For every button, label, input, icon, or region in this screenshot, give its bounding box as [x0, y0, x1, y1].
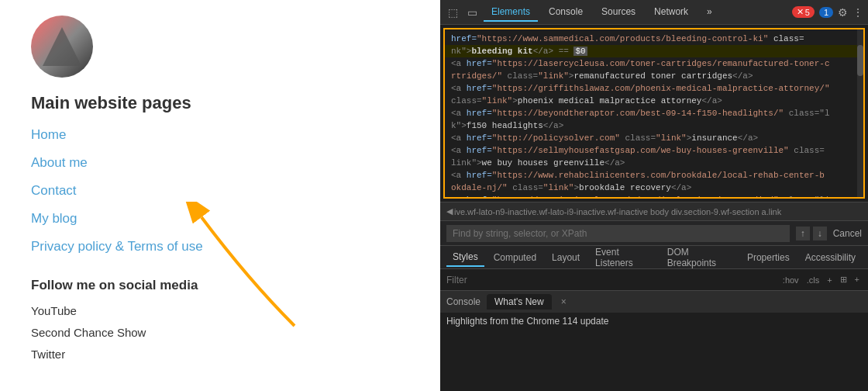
- code-line: <a href="https://www.rehabclinicenters.c…: [445, 169, 863, 182]
- code-line: okdale-nj/" class="link">brookdale recov…: [445, 182, 863, 194]
- cancel-button[interactable]: Cancel: [833, 228, 862, 239]
- tab-styles[interactable]: Styles: [446, 248, 484, 267]
- list-item[interactable]: Twitter: [31, 348, 409, 362]
- list-item[interactable]: Contact: [31, 183, 409, 199]
- list-item[interactable]: About me: [31, 155, 409, 171]
- code-line: k">f150 headlights</a>: [445, 119, 863, 132]
- tab-properties[interactable]: Properties: [741, 249, 796, 266]
- styles-tabs: Styles Computed Layout Event Listeners D…: [440, 245, 868, 268]
- tab-accessibility[interactable]: Accessibility: [799, 249, 862, 266]
- code-line: <a href="https://griffithslawaz.com/phoe…: [445, 82, 863, 95]
- code-editor: href="https://www.sammedical.com/product…: [443, 28, 865, 199]
- tab-sources[interactable]: Sources: [594, 3, 643, 22]
- console-bar: Console What's New ×: [440, 291, 868, 313]
- about-link[interactable]: About me: [31, 155, 88, 170]
- nav-links: Home About me Contact My blog Privacy po…: [31, 127, 409, 254]
- filter-input[interactable]: [446, 275, 777, 285]
- scrollbar[interactable]: [857, 29, 863, 197]
- code-line-highlighted: nk">bleeding kit</a> == $0: [445, 45, 863, 57]
- console-label[interactable]: Console: [446, 296, 480, 307]
- list-item[interactable]: Privacy policy & Terms of use: [31, 239, 409, 254]
- filter-buttons: :hov .cls + ⊞ +: [780, 274, 862, 285]
- devtools-toolbar: ⬚ ▭ Elements Console Sources Network » ✕…: [440, 0, 868, 25]
- tab-layout[interactable]: Layout: [546, 249, 586, 266]
- close-icon[interactable]: ×: [561, 296, 567, 307]
- search-bar: ↑ ↓ Cancel: [440, 220, 868, 245]
- code-line: href="https://www.sammedical.com/product…: [445, 33, 863, 45]
- blog-link[interactable]: My blog: [31, 211, 78, 226]
- search-buttons: ↑ ↓: [796, 227, 827, 240]
- youtube-link[interactable]: YouTube: [31, 304, 77, 317]
- tab-console[interactable]: Console: [541, 3, 591, 22]
- highlights-text: Highlights from the Chrome 114 update: [440, 313, 868, 330]
- social-title: Follow me on social media: [31, 278, 409, 293]
- gear-icon[interactable]: ⚙: [838, 6, 848, 19]
- code-line: link">we buy houses greenville</a>: [445, 157, 863, 169]
- tab-elements[interactable]: Elements: [484, 3, 538, 22]
- scrollbar-thumb[interactable]: [857, 45, 863, 76]
- code-line: <a href="https://beyondtheraptor.com/bes…: [445, 107, 863, 119]
- tab-network[interactable]: Network: [646, 3, 696, 22]
- code-line: <a href="https://lasercycleusa.com/toner…: [445, 57, 863, 70]
- breadcrumb-item: ◀: [446, 206, 453, 216]
- search-input[interactable]: [446, 225, 790, 242]
- error-badge: ✕ 5: [792, 6, 815, 18]
- home-link[interactable]: Home: [31, 127, 66, 142]
- code-line: <a href="https://sellmyhousefastgsap.com…: [445, 144, 863, 157]
- devtools-panel: ⬚ ▭ Elements Console Sources Network » ✕…: [440, 0, 868, 391]
- device-icon[interactable]: ▭: [464, 5, 480, 20]
- add-style-button[interactable]: +: [825, 274, 834, 285]
- list-item[interactable]: Second Chance Show: [31, 326, 409, 340]
- code-line: <a href="http://policysolver.com" class=…: [445, 132, 863, 144]
- toolbar-right: ✕ 5 1 ⚙ ⋮: [792, 6, 863, 19]
- list-item[interactable]: Home: [31, 127, 409, 143]
- console-bottom: Console What's New × Highlights from the…: [440, 290, 868, 330]
- left-website-panel: Main website pages Home About me Contact…: [0, 0, 440, 391]
- second-chance-link[interactable]: Second Chance Show: [31, 326, 146, 339]
- error-icon: ✕: [797, 7, 804, 17]
- list-item[interactable]: My blog: [31, 211, 409, 227]
- search-up-button[interactable]: ↑: [796, 227, 810, 240]
- privacy-link[interactable]: Privacy policy & Terms of use: [31, 239, 203, 254]
- whats-new-tab[interactable]: What's New: [487, 294, 552, 310]
- new-style-icon[interactable]: +: [852, 274, 862, 285]
- search-down-button[interactable]: ↓: [813, 227, 827, 240]
- social-links: YouTube Second Chance Show Twitter: [31, 304, 409, 362]
- tab-event-listeners[interactable]: Event Listeners: [589, 244, 658, 272]
- cls-button[interactable]: .cls: [804, 274, 822, 285]
- tab-computed[interactable]: Computed: [487, 249, 542, 266]
- tab-dom-breakpoints[interactable]: DOM Breakpoints: [661, 244, 738, 272]
- breadcrumb-text: ive.wf-lato-n9-inactive.wf-lato-i9-inact…: [454, 207, 781, 216]
- code-line: <a href="https://austinvisuals.com/3d-me…: [445, 194, 863, 199]
- avatar: [31, 16, 93, 78]
- hov-button[interactable]: :hov: [780, 274, 801, 285]
- breadcrumb: ◀ ive.wf-lato-n9-inactive.wf-lato-i9-ina…: [440, 202, 868, 220]
- error-count: 5: [805, 8, 810, 17]
- code-line: class="link">phoenix medical malpractice…: [445, 95, 863, 107]
- inspect-icon[interactable]: ⬚: [445, 5, 461, 20]
- layout-icon[interactable]: ⊞: [838, 274, 849, 285]
- code-line: rtridges/" class="link">remanufactured t…: [445, 70, 863, 82]
- twitter-link[interactable]: Twitter: [31, 348, 65, 361]
- more-options-icon[interactable]: ⋮: [852, 6, 863, 19]
- info-badge: 1: [819, 7, 833, 18]
- tab-more[interactable]: »: [699, 3, 720, 22]
- filter-bar: :hov .cls + ⊞ +: [440, 268, 868, 290]
- list-item[interactable]: YouTube: [31, 304, 409, 318]
- contact-link[interactable]: Contact: [31, 183, 77, 198]
- main-pages-title: Main website pages: [31, 93, 409, 113]
